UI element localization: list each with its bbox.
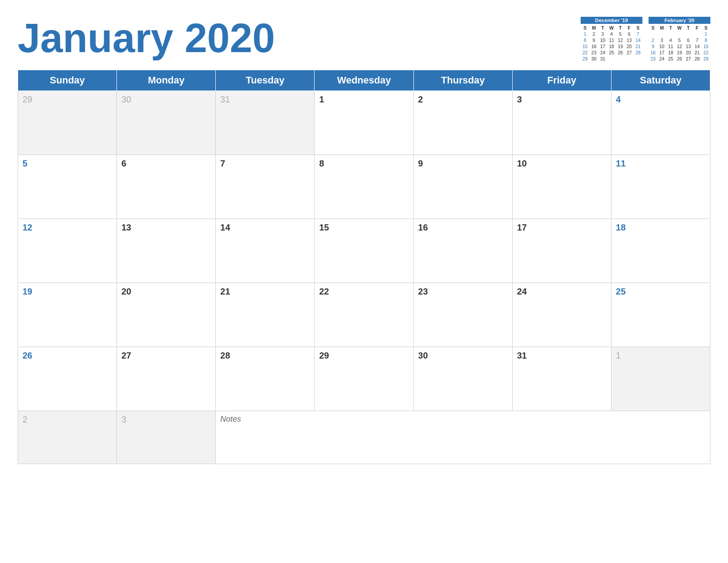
weekday-header-friday: Friday bbox=[512, 70, 611, 91]
day-number: 31 bbox=[220, 94, 230, 104]
calendar-cell: 24 bbox=[512, 283, 611, 347]
mini-cal-day: 5 bbox=[675, 37, 684, 43]
mini-cal-day: 15 bbox=[702, 43, 710, 49]
mini-cal-dec19-day-s1: S bbox=[581, 25, 589, 31]
mini-cal-day: 1 bbox=[581, 31, 589, 37]
weekday-header-sunday: Sunday bbox=[18, 70, 117, 91]
calendar-cell: 31 bbox=[216, 91, 315, 155]
day-number: 30 bbox=[418, 351, 428, 360]
day-number: 28 bbox=[220, 351, 230, 360]
mini-cal-day bbox=[625, 56, 634, 62]
calendar-cell: 13 bbox=[117, 219, 216, 283]
weekday-header-tuesday: Tuesday bbox=[216, 70, 315, 91]
day-number: 16 bbox=[418, 223, 428, 232]
mini-cal-day: 12 bbox=[675, 43, 684, 49]
mini-cal-day: 16 bbox=[589, 43, 598, 49]
header-area: January 2020 December '19 S M T W T F S … bbox=[18, 13, 710, 62]
mini-cal-day bbox=[666, 31, 675, 37]
calendar-cell: 1 bbox=[315, 91, 413, 155]
calendar-cell: 5 bbox=[18, 155, 117, 219]
day-number: 17 bbox=[517, 223, 527, 232]
calendar-cell: 15 bbox=[315, 219, 413, 283]
mini-cal-day: 31 bbox=[598, 56, 607, 62]
calendar-cell: 6 bbox=[117, 155, 216, 219]
mini-cal-feb20-day-w: W bbox=[675, 25, 684, 31]
day-number: 27 bbox=[121, 351, 131, 360]
mini-cal-day: 13 bbox=[625, 37, 634, 43]
calendar-cell-last-3: 3 bbox=[117, 411, 216, 464]
mini-cal-day: 21 bbox=[634, 43, 642, 49]
mini-cal-day: 9 bbox=[649, 43, 657, 49]
mini-cal-feb20-title: February '20 bbox=[649, 17, 710, 24]
mini-cal-day: 26 bbox=[675, 56, 684, 62]
mini-cal-day: 20 bbox=[625, 43, 634, 49]
mini-cal-day: 25 bbox=[666, 56, 675, 62]
weekday-header-wednesday: Wednesday bbox=[315, 70, 413, 91]
mini-cal-day: 19 bbox=[675, 49, 684, 56]
mini-cal-day: 6 bbox=[625, 31, 634, 37]
mini-cal-day: 11 bbox=[666, 43, 675, 49]
mini-cal-day: 29 bbox=[702, 56, 710, 62]
calendar-cell: 27 bbox=[117, 347, 216, 411]
mini-cal-day: 23 bbox=[649, 56, 657, 62]
calendar-cell-last-2: 2 bbox=[18, 411, 117, 464]
mini-cal-feb20-day-m: M bbox=[657, 25, 666, 31]
calendar-cell: 31 bbox=[512, 347, 611, 411]
mini-cal-dec19-title: December '19 bbox=[581, 17, 642, 24]
mini-cal-day: 4 bbox=[607, 31, 616, 37]
day-number: 5 bbox=[23, 159, 27, 168]
weekday-header-monday: Monday bbox=[117, 70, 216, 91]
day-number: 29 bbox=[319, 351, 329, 360]
day-number: 1 bbox=[616, 351, 621, 360]
mini-cal-dec19: December '19 S M T W T F S 1234567891011… bbox=[581, 17, 642, 62]
mini-cal-feb20-day-s2: S bbox=[702, 25, 710, 31]
mini-cal-day: 28 bbox=[634, 49, 642, 56]
mini-cal-day: 26 bbox=[616, 49, 625, 56]
calendar-cell: 1 bbox=[611, 347, 710, 411]
mini-cal-dec19-day-m: M bbox=[589, 25, 598, 31]
mini-cal-day bbox=[684, 31, 693, 37]
mini-cal-dec19-day-f: F bbox=[625, 25, 634, 31]
day-number: 13 bbox=[121, 223, 131, 232]
mini-cal-day bbox=[649, 31, 657, 37]
calendar-cell: 25 bbox=[611, 283, 710, 347]
day-number: 24 bbox=[517, 287, 527, 296]
weekday-header-thursday: Thursday bbox=[413, 70, 512, 91]
mini-cal-day: 24 bbox=[657, 56, 666, 62]
day-number: 29 bbox=[23, 94, 32, 104]
calendar-cell: 20 bbox=[117, 283, 216, 347]
mini-cal-day bbox=[657, 31, 666, 37]
mini-cal-day: 17 bbox=[657, 49, 666, 56]
mini-cal-day: 24 bbox=[598, 49, 607, 56]
mini-cal-day: 29 bbox=[581, 56, 589, 62]
notes-label: Notes bbox=[220, 415, 241, 423]
day-number: 3 bbox=[121, 415, 126, 424]
day-number: 4 bbox=[616, 94, 621, 104]
mini-cal-dec19-day-t2: T bbox=[616, 25, 625, 31]
day-number: 22 bbox=[319, 287, 329, 296]
mini-cal-day: 14 bbox=[634, 37, 642, 43]
mini-cal-feb20: February '20 S M T W T F S 1234567891011… bbox=[649, 17, 710, 62]
mini-cal-day: 2 bbox=[649, 37, 657, 43]
mini-cal-day: 28 bbox=[693, 56, 702, 62]
mini-cal-feb20-day-t1: T bbox=[666, 25, 675, 31]
calendar-cell: 30 bbox=[117, 91, 216, 155]
calendar-cell: 19 bbox=[18, 283, 117, 347]
day-number: 7 bbox=[220, 159, 225, 168]
day-number: 14 bbox=[220, 223, 230, 232]
mini-cal-day: 22 bbox=[702, 49, 710, 56]
mini-cal-day: 5 bbox=[616, 31, 625, 37]
calendar-cell: 3 bbox=[512, 91, 611, 155]
day-number: 11 bbox=[616, 159, 626, 168]
mini-cal-day: 1 bbox=[702, 31, 710, 37]
mini-cal-day: 16 bbox=[649, 49, 657, 56]
mini-cal-feb20-day-t2: T bbox=[684, 25, 693, 31]
mini-cal-day bbox=[616, 56, 625, 62]
calendar-cell: 8 bbox=[315, 155, 413, 219]
day-number: 3 bbox=[517, 94, 522, 104]
calendar-cell: 10 bbox=[512, 155, 611, 219]
mini-cal-feb20-day-s1: S bbox=[649, 25, 657, 31]
mini-cal-day: 15 bbox=[581, 43, 589, 49]
day-number: 31 bbox=[517, 351, 527, 360]
calendar-cell: 18 bbox=[611, 219, 710, 283]
